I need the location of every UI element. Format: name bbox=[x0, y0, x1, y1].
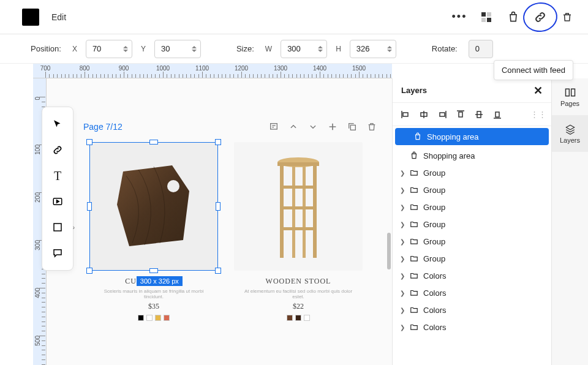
scrollbar-thumb[interactable] bbox=[387, 233, 391, 269]
layers-list: Shopping areaShopping area❯Group❯Group❯G… bbox=[393, 126, 551, 365]
tab-layers[interactable]: Layers bbox=[552, 115, 588, 152]
layer-label: Colors bbox=[423, 323, 447, 332]
y-input[interactable]: 30 bbox=[154, 40, 201, 58]
folder-icon bbox=[410, 271, 420, 280]
svg-rect-31 bbox=[496, 112, 499, 117]
x-input[interactable]: 70 bbox=[86, 40, 132, 58]
svg-rect-6 bbox=[271, 124, 277, 129]
svg-rect-0 bbox=[481, 12, 486, 17]
svg-point-10 bbox=[167, 180, 179, 192]
svg-rect-12 bbox=[277, 162, 319, 166]
chevron-right-icon[interactable]: ❯ bbox=[399, 307, 406, 314]
folder-icon bbox=[410, 288, 420, 297]
rotate-label: Rotate: bbox=[432, 44, 458, 53]
product-swatches bbox=[138, 315, 170, 321]
layer-row[interactable]: ❯Group bbox=[393, 164, 551, 181]
shopping-bag-icon[interactable] bbox=[503, 7, 523, 27]
chevron-right-icon[interactable]: ❯ bbox=[399, 187, 406, 194]
side-tabs: Pages Layers bbox=[551, 78, 588, 365]
align-toolbar: ⋮⋮ bbox=[393, 103, 551, 126]
trash-icon[interactable] bbox=[557, 7, 577, 27]
canvas[interactable]: T › Page 7/12 bbox=[47, 78, 392, 365]
svg-rect-25 bbox=[440, 113, 445, 116]
layer-label: Group bbox=[423, 220, 445, 229]
layer-label: Group bbox=[423, 254, 445, 263]
select-tool[interactable] bbox=[47, 113, 69, 135]
video-tool[interactable] bbox=[47, 190, 69, 213]
folder-icon bbox=[410, 220, 420, 228]
chevron-right-icon[interactable]: ❯ bbox=[399, 324, 406, 331]
svg-rect-14 bbox=[313, 166, 317, 258]
layer-row[interactable]: Shopping area bbox=[395, 128, 549, 145]
layer-row[interactable]: ❯Colors bbox=[393, 267, 551, 284]
align-bottom-icon[interactable] bbox=[492, 109, 503, 120]
link-tool[interactable] bbox=[47, 139, 69, 161]
svg-rect-2 bbox=[481, 18, 486, 22]
layer-row[interactable]: Shopping area bbox=[393, 147, 551, 164]
move-down-icon[interactable] bbox=[305, 119, 321, 135]
product-price: $35 bbox=[148, 302, 159, 311]
product-image[interactable] bbox=[234, 142, 363, 271]
product-card-selected[interactable]: CU300 x 326 px Sceleris mauris in aliqua… bbox=[89, 142, 218, 321]
properties-bar: Position: X 70 Y 30 Size: W 300 H 326 Ro… bbox=[0, 34, 588, 64]
close-icon[interactable]: ✕ bbox=[533, 84, 543, 97]
page-title[interactable]: Page 7/12 bbox=[83, 122, 123, 132]
layer-row[interactable]: ❯Group bbox=[393, 233, 551, 250]
svg-rect-3 bbox=[487, 18, 491, 22]
delete-icon[interactable] bbox=[364, 119, 380, 135]
text-tool[interactable]: T bbox=[47, 165, 69, 187]
comment-tool[interactable] bbox=[47, 242, 69, 264]
chevron-right-icon[interactable]: ❯ bbox=[399, 204, 406, 211]
rotate-input[interactable]: 0 bbox=[469, 40, 493, 58]
svg-rect-1 bbox=[487, 12, 491, 17]
align-right-icon[interactable] bbox=[437, 109, 448, 120]
layer-row[interactable]: ❯Group bbox=[393, 250, 551, 267]
layer-row[interactable]: ❯Colors bbox=[393, 301, 551, 318]
folder-icon bbox=[410, 237, 420, 246]
folder-icon bbox=[410, 168, 420, 177]
align-top-icon[interactable] bbox=[455, 109, 466, 120]
w-input[interactable]: 300 bbox=[281, 40, 327, 58]
product-desc: Sceleris mauris in aliquam se fringilla … bbox=[99, 288, 209, 299]
svg-rect-5 bbox=[54, 224, 61, 231]
align-center-v-icon[interactable] bbox=[473, 109, 484, 120]
chevron-right-icon[interactable]: ❯ bbox=[399, 238, 406, 245]
layers-title: Layers bbox=[401, 86, 427, 95]
edit-label: Edit bbox=[51, 12, 66, 22]
svg-rect-19 bbox=[280, 227, 317, 230]
layer-row[interactable]: ❯Group bbox=[393, 198, 551, 216]
position-label: Position: bbox=[31, 44, 61, 53]
mask-icon[interactable] bbox=[477, 7, 496, 27]
chevron-right-icon[interactable]: ❯ bbox=[399, 273, 406, 279]
product-desc: At elementum eu facilisi sed odio morbi … bbox=[243, 288, 353, 299]
product-card[interactable]: WOODEN STOOL At elementum eu facilisi se… bbox=[234, 142, 363, 321]
chevron-right-icon[interactable]: ❯ bbox=[399, 290, 406, 296]
add-icon[interactable] bbox=[325, 119, 341, 135]
color-swatch[interactable] bbox=[22, 9, 39, 26]
move-up-icon[interactable] bbox=[285, 119, 301, 135]
layer-row[interactable]: ❯Group bbox=[393, 216, 551, 233]
note-icon[interactable] bbox=[266, 119, 282, 135]
tab-pages[interactable]: Pages bbox=[552, 78, 588, 115]
layer-label: Group bbox=[423, 237, 445, 246]
shape-tool[interactable]: › bbox=[47, 216, 69, 238]
more-icon[interactable]: ••• bbox=[450, 7, 469, 27]
product-swatches bbox=[287, 315, 310, 321]
product-image[interactable] bbox=[89, 142, 218, 271]
chevron-right-icon[interactable]: ❯ bbox=[399, 170, 406, 176]
layer-row[interactable]: ❯Group bbox=[393, 181, 551, 198]
align-left-icon[interactable] bbox=[400, 109, 411, 120]
chevron-right-icon[interactable]: ❯ bbox=[399, 221, 406, 228]
h-input[interactable]: 326 bbox=[350, 40, 396, 58]
w-label: W bbox=[265, 45, 272, 53]
layer-row[interactable]: ❯Colors bbox=[393, 318, 551, 336]
svg-rect-15 bbox=[292, 166, 295, 258]
align-center-h-icon[interactable] bbox=[418, 109, 429, 120]
layer-label: Shopping area bbox=[423, 151, 475, 160]
connect-feed-icon[interactable] bbox=[530, 7, 550, 27]
layer-row[interactable]: ❯Colors bbox=[393, 284, 551, 301]
duplicate-icon[interactable] bbox=[344, 119, 360, 135]
svg-rect-9 bbox=[350, 125, 355, 130]
chevron-right-icon[interactable]: ❯ bbox=[399, 255, 406, 262]
drag-handle-icon[interactable]: ⋮⋮ bbox=[533, 109, 544, 120]
